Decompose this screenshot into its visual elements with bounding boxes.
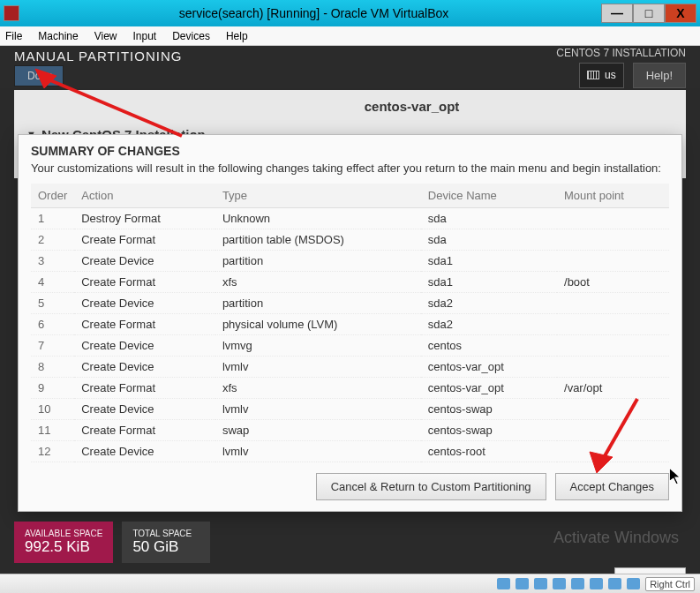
table-row[interactable]: 11Create Formatswapcentos-swap xyxy=(31,420,669,441)
col-action: Action xyxy=(74,184,215,208)
cell-order: 3 xyxy=(31,251,74,272)
table-row[interactable]: 7Create Devicelvmvgcentos xyxy=(31,335,669,357)
table-row[interactable]: 3Create Devicepartitionsda1 xyxy=(31,251,669,272)
cell-action: Create Format xyxy=(74,314,215,335)
cell-mount xyxy=(557,314,669,335)
window-titlebar: service(search) [Running] - Oracle VM Vi… xyxy=(0,0,700,26)
dialog-title: SUMMARY OF CHANGES xyxy=(19,135,681,161)
keyboard-layout-indicator[interactable]: us xyxy=(579,63,624,88)
total-space-value: 50 GiB xyxy=(132,538,199,556)
total-space-box: TOTAL SPACE 50 GiB xyxy=(122,522,210,563)
table-row[interactable]: 2Create Formatpartition table (MSDOS)sda xyxy=(31,229,669,251)
cell-action: Create Format xyxy=(74,229,215,251)
cell-device: centos-swap xyxy=(421,420,557,441)
menu-file[interactable]: File xyxy=(5,30,22,42)
virtualbox-status-bar: Right Ctrl xyxy=(0,574,700,593)
installer-subtitle: CENTOS 7 INSTALLATION xyxy=(556,47,686,59)
page-title: MANUAL PARTITIONING xyxy=(14,49,182,64)
available-space-label: AVAILABLE SPACE xyxy=(25,529,102,538)
cell-mount xyxy=(557,399,669,420)
accept-changes-button[interactable]: Accept Changes xyxy=(555,473,669,500)
cell-order: 5 xyxy=(31,293,74,314)
installer-banner: MANUAL PARTITIONING Done CENTOS 7 INSTAL… xyxy=(0,46,700,88)
cell-action: Create Device xyxy=(74,399,215,420)
window-title: service(search) [Running] - Oracle VM Vi… xyxy=(26,6,601,20)
cell-device: sda1 xyxy=(421,251,557,272)
cell-type: partition xyxy=(215,293,421,314)
cell-type: Unknown xyxy=(215,208,421,229)
cell-order: 6 xyxy=(31,314,74,335)
total-space-label: TOTAL SPACE xyxy=(132,529,199,538)
cell-order: 11 xyxy=(31,420,74,441)
cell-type: xfs xyxy=(215,272,421,293)
table-row[interactable]: 12Create Devicelvmlvcentos-root xyxy=(31,441,669,462)
storage-summary-bar: AVAILABLE SPACE 992.5 KiB TOTAL SPACE 50… xyxy=(14,522,686,563)
cell-mount xyxy=(557,293,669,314)
cell-mount xyxy=(557,357,669,378)
status-icon xyxy=(571,578,584,589)
cell-type: xfs xyxy=(215,378,421,399)
cell-mount: /var/opt xyxy=(557,378,669,399)
window-controls: — □ X xyxy=(601,4,696,23)
status-icon xyxy=(534,578,547,589)
status-icon xyxy=(553,578,566,589)
maximize-button[interactable]: □ xyxy=(633,4,665,23)
cell-order: 8 xyxy=(31,357,74,378)
menu-view[interactable]: View xyxy=(94,30,117,42)
cell-action: Create Format xyxy=(74,420,215,441)
done-button[interactable]: Done xyxy=(14,65,64,86)
cell-device: sda1 xyxy=(421,272,557,293)
virtualbox-menu-bar: File Machine View Input Devices Help xyxy=(0,26,700,46)
cell-mount xyxy=(557,420,669,441)
table-row[interactable]: 9Create Formatxfscentos-var_opt/var/opt xyxy=(31,378,669,399)
cell-action: Create Device xyxy=(74,357,215,378)
cell-type: lvmlv xyxy=(215,357,421,378)
cell-mount: /boot xyxy=(557,272,669,293)
close-button[interactable]: X xyxy=(665,4,696,23)
cell-device: sda2 xyxy=(421,314,557,335)
table-row[interactable]: 6Create Formatphysical volume (LVM)sda2 xyxy=(31,314,669,335)
cell-order: 12 xyxy=(31,441,74,462)
menu-devices[interactable]: Devices xyxy=(172,30,210,42)
col-mount: Mount point xyxy=(557,184,669,208)
cell-device: sda xyxy=(421,208,557,229)
table-row[interactable]: 1Destroy FormatUnknownsda xyxy=(31,208,669,229)
cell-device: sda2 xyxy=(421,293,557,314)
cell-device: centos xyxy=(421,335,557,357)
status-icon xyxy=(516,578,529,589)
summary-of-changes-dialog: SUMMARY OF CHANGES Your customizations w… xyxy=(18,134,682,512)
cancel-button[interactable]: Cancel & Return to Custom Partitioning xyxy=(316,473,546,500)
cell-mount xyxy=(557,208,669,229)
table-row[interactable]: 8Create Devicelvmlvcentos-var_opt xyxy=(31,357,669,378)
menu-help[interactable]: Help xyxy=(226,30,248,42)
table-row[interactable]: 10Create Devicelvmlvcentos-swap xyxy=(31,399,669,420)
cell-device: sda xyxy=(421,229,557,251)
cell-order: 1 xyxy=(31,208,74,229)
keyboard-layout-value: us xyxy=(605,69,616,81)
cell-action: Create Format xyxy=(74,272,215,293)
cell-order: 2 xyxy=(31,229,74,251)
cell-action: Create Device xyxy=(74,335,215,357)
dialog-description: Your customizations will result in the f… xyxy=(19,161,681,184)
table-row[interactable]: 4Create Formatxfssda1/boot xyxy=(31,272,669,293)
status-icon xyxy=(497,578,510,589)
cell-type: lvmvg xyxy=(215,335,421,357)
cell-device: centos-swap xyxy=(421,399,557,420)
menu-input[interactable]: Input xyxy=(133,30,157,42)
host-key-indicator: Right Ctrl xyxy=(645,577,695,591)
cell-order: 4 xyxy=(31,272,74,293)
table-row[interactable]: 5Create Devicepartitionsda2 xyxy=(31,293,669,314)
available-space-value: 992.5 KiB xyxy=(25,538,102,556)
help-button[interactable]: Help! xyxy=(633,63,686,88)
minimize-button[interactable]: — xyxy=(601,4,633,23)
cell-type: physical volume (LVM) xyxy=(215,314,421,335)
cell-mount xyxy=(557,335,669,357)
status-icon xyxy=(590,578,603,589)
cell-action: Create Device xyxy=(74,251,215,272)
cell-type: partition xyxy=(215,251,421,272)
cell-mount xyxy=(557,229,669,251)
menu-machine[interactable]: Machine xyxy=(38,30,78,42)
col-device: Device Name xyxy=(421,184,557,208)
status-icon xyxy=(608,578,621,589)
cell-device: centos-var_opt xyxy=(421,378,557,399)
